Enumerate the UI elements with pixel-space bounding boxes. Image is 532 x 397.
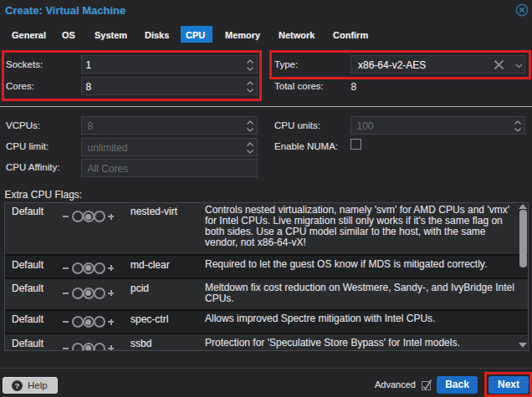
- svg-text:?: ?: [15, 381, 20, 390]
